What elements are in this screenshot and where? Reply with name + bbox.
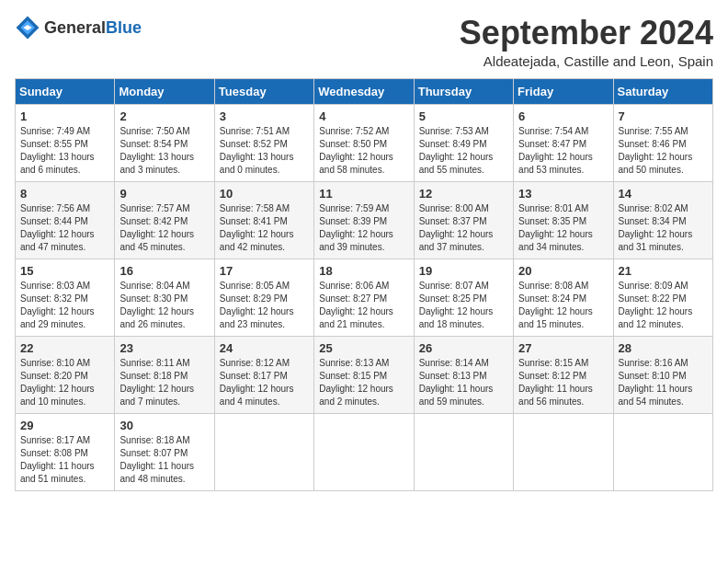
- day-number: 15: [20, 264, 109, 278]
- table-row: 27 Sunrise: 8:15 AM Sunset: 8:12 PM Dayl…: [514, 336, 613, 413]
- day-number: 12: [419, 187, 508, 201]
- table-row: 21 Sunrise: 8:09 AM Sunset: 8:22 PM Dayl…: [613, 259, 712, 336]
- table-row: [314, 413, 414, 490]
- table-row: 22 Sunrise: 8:10 AM Sunset: 8:20 PM Dayl…: [16, 336, 115, 413]
- table-row: 17 Sunrise: 8:05 AM Sunset: 8:29 PM Dayl…: [214, 259, 313, 336]
- table-row: 10 Sunrise: 7:58 AM Sunset: 8:41 PM Dayl…: [214, 181, 313, 259]
- day-number: 13: [518, 187, 608, 201]
- table-row: 23 Sunrise: 8:11 AM Sunset: 8:18 PM Dayl…: [115, 336, 214, 413]
- table-row: 5 Sunrise: 7:53 AM Sunset: 8:49 PM Dayli…: [414, 104, 513, 181]
- day-info: Sunrise: 8:01 AM Sunset: 8:35 PM Dayligh…: [518, 202, 608, 254]
- table-row: 8 Sunrise: 7:56 AM Sunset: 8:44 PM Dayli…: [16, 181, 115, 259]
- day-info: Sunrise: 8:12 AM Sunset: 8:17 PM Dayligh…: [220, 357, 309, 408]
- day-number: 8: [20, 187, 109, 201]
- col-saturday: Saturday: [613, 78, 712, 104]
- day-info: Sunrise: 7:55 AM Sunset: 8:46 PM Dayligh…: [619, 125, 708, 177]
- day-info: Sunrise: 8:06 AM Sunset: 8:27 PM Dayligh…: [319, 280, 408, 331]
- day-number: 26: [419, 341, 508, 355]
- page-header: GeneralBlue September 2024 Aldeatejada, …: [15, 15, 713, 69]
- col-friday: Friday: [514, 78, 613, 104]
- col-wednesday: Wednesday: [314, 78, 414, 104]
- day-info: Sunrise: 8:16 AM Sunset: 8:10 PM Dayligh…: [619, 357, 708, 408]
- day-info: Sunrise: 7:51 AM Sunset: 8:52 PM Dayligh…: [220, 125, 309, 177]
- day-number: 4: [319, 109, 408, 123]
- day-info: Sunrise: 8:18 AM Sunset: 8:07 PM Dayligh…: [119, 434, 209, 486]
- logo-general-text: General: [44, 18, 106, 37]
- calendar-header-row: Sunday Monday Tuesday Wednesday Thursday…: [16, 78, 713, 104]
- day-number: 2: [119, 109, 209, 123]
- logo: GeneralBlue: [15, 15, 142, 40]
- table-row: 2 Sunrise: 7:50 AM Sunset: 8:54 PM Dayli…: [115, 104, 214, 181]
- day-info: Sunrise: 7:53 AM Sunset: 8:49 PM Dayligh…: [419, 125, 508, 177]
- table-row: 26 Sunrise: 8:14 AM Sunset: 8:13 PM Dayl…: [414, 336, 513, 413]
- calendar-table: Sunday Monday Tuesday Wednesday Thursday…: [15, 78, 713, 491]
- table-row: 6 Sunrise: 7:54 AM Sunset: 8:47 PM Dayli…: [514, 104, 613, 181]
- table-row: 28 Sunrise: 8:16 AM Sunset: 8:10 PM Dayl…: [613, 336, 712, 413]
- day-number: 19: [419, 264, 508, 278]
- table-row: 29 Sunrise: 8:17 AM Sunset: 8:08 PM Dayl…: [16, 413, 115, 490]
- day-number: 20: [518, 264, 608, 278]
- day-number: 18: [319, 264, 408, 278]
- table-row: 18 Sunrise: 8:06 AM Sunset: 8:27 PM Dayl…: [314, 259, 414, 336]
- table-row: 12 Sunrise: 8:00 AM Sunset: 8:37 PM Dayl…: [414, 181, 513, 259]
- day-number: 10: [220, 187, 309, 201]
- day-number: 17: [220, 264, 309, 278]
- day-number: 25: [319, 341, 408, 355]
- day-number: 14: [619, 187, 708, 201]
- table-row: 20 Sunrise: 8:08 AM Sunset: 8:24 PM Dayl…: [514, 259, 613, 336]
- day-info: Sunrise: 7:50 AM Sunset: 8:54 PM Dayligh…: [119, 125, 209, 177]
- table-row: 24 Sunrise: 8:12 AM Sunset: 8:17 PM Dayl…: [214, 336, 313, 413]
- day-info: Sunrise: 7:58 AM Sunset: 8:41 PM Dayligh…: [220, 202, 309, 254]
- day-info: Sunrise: 7:49 AM Sunset: 8:55 PM Dayligh…: [20, 125, 109, 177]
- table-row: 19 Sunrise: 8:07 AM Sunset: 8:25 PM Dayl…: [414, 259, 513, 336]
- day-info: Sunrise: 7:52 AM Sunset: 8:50 PM Dayligh…: [319, 125, 408, 177]
- day-number: 11: [319, 187, 408, 201]
- table-row: 13 Sunrise: 8:01 AM Sunset: 8:35 PM Dayl…: [514, 181, 613, 259]
- table-row: [613, 413, 712, 490]
- day-number: 27: [518, 341, 608, 355]
- day-info: Sunrise: 8:08 AM Sunset: 8:24 PM Dayligh…: [518, 280, 608, 331]
- table-row: 15 Sunrise: 8:03 AM Sunset: 8:32 PM Dayl…: [16, 259, 115, 336]
- col-thursday: Thursday: [414, 78, 513, 104]
- table-row: 16 Sunrise: 8:04 AM Sunset: 8:30 PM Dayl…: [115, 259, 214, 336]
- day-number: 16: [119, 264, 209, 278]
- col-sunday: Sunday: [16, 78, 115, 104]
- table-row: 9 Sunrise: 7:57 AM Sunset: 8:42 PM Dayli…: [115, 181, 214, 259]
- day-info: Sunrise: 8:00 AM Sunset: 8:37 PM Dayligh…: [419, 202, 508, 254]
- table-row: 1 Sunrise: 7:49 AM Sunset: 8:55 PM Dayli…: [16, 104, 115, 181]
- day-number: 5: [419, 109, 508, 123]
- table-row: 11 Sunrise: 7:59 AM Sunset: 8:39 PM Dayl…: [314, 181, 414, 259]
- day-number: 9: [119, 187, 209, 201]
- day-info: Sunrise: 7:57 AM Sunset: 8:42 PM Dayligh…: [119, 202, 209, 254]
- location-text: Aldeatejada, Castille and Leon, Spain: [460, 53, 713, 69]
- table-row: 30 Sunrise: 8:18 AM Sunset: 8:07 PM Dayl…: [115, 413, 214, 490]
- day-info: Sunrise: 8:14 AM Sunset: 8:13 PM Dayligh…: [419, 357, 508, 408]
- day-number: 22: [20, 341, 109, 355]
- table-row: 4 Sunrise: 7:52 AM Sunset: 8:50 PM Dayli…: [314, 104, 414, 181]
- day-number: 3: [220, 109, 309, 123]
- title-block: September 2024 Aldeatejada, Castille and…: [460, 15, 713, 69]
- col-tuesday: Tuesday: [214, 78, 313, 104]
- day-info: Sunrise: 8:11 AM Sunset: 8:18 PM Dayligh…: [119, 357, 209, 408]
- table-row: [214, 413, 313, 490]
- logo-blue-text: Blue: [106, 18, 142, 37]
- day-number: 28: [619, 341, 708, 355]
- day-number: 30: [119, 419, 209, 432]
- table-row: 3 Sunrise: 7:51 AM Sunset: 8:52 PM Dayli…: [214, 104, 313, 181]
- day-number: 1: [20, 109, 109, 123]
- day-info: Sunrise: 7:54 AM Sunset: 8:47 PM Dayligh…: [518, 125, 608, 177]
- day-number: 21: [619, 264, 708, 278]
- day-info: Sunrise: 8:10 AM Sunset: 8:20 PM Dayligh…: [20, 357, 109, 408]
- table-row: [414, 413, 513, 490]
- day-number: 29: [20, 419, 109, 432]
- table-row: 7 Sunrise: 7:55 AM Sunset: 8:46 PM Dayli…: [613, 104, 712, 181]
- day-info: Sunrise: 8:03 AM Sunset: 8:32 PM Dayligh…: [20, 280, 109, 331]
- day-number: 23: [119, 341, 209, 355]
- day-info: Sunrise: 7:56 AM Sunset: 8:44 PM Dayligh…: [20, 202, 109, 254]
- month-title: September 2024: [460, 15, 713, 52]
- day-info: Sunrise: 8:15 AM Sunset: 8:12 PM Dayligh…: [518, 357, 608, 408]
- logo-icon: [15, 15, 40, 40]
- day-info: Sunrise: 8:02 AM Sunset: 8:34 PM Dayligh…: [619, 202, 708, 254]
- day-info: Sunrise: 8:13 AM Sunset: 8:15 PM Dayligh…: [319, 357, 408, 408]
- day-info: Sunrise: 8:05 AM Sunset: 8:29 PM Dayligh…: [220, 280, 309, 331]
